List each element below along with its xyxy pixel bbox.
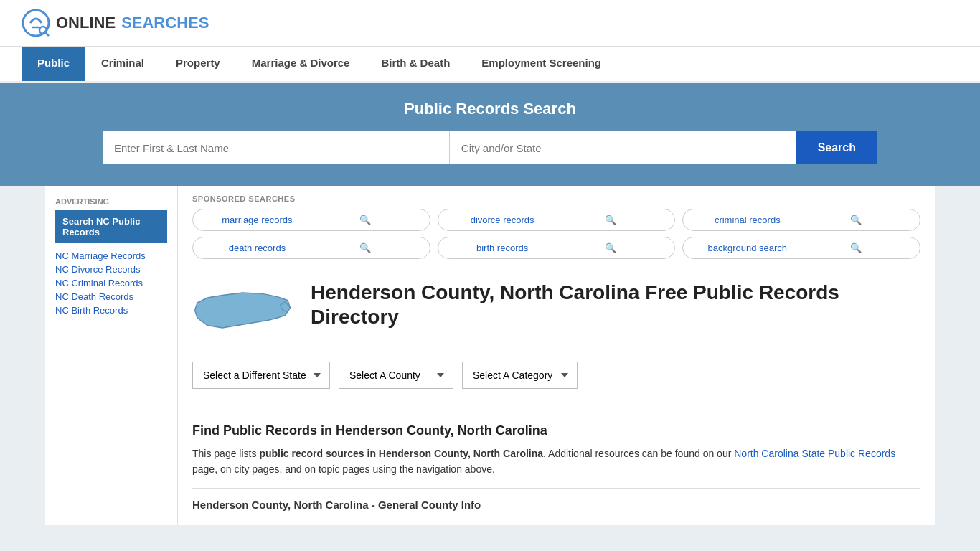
state-map: [192, 281, 296, 347]
pill-criminal-records[interactable]: criminal records 🔍: [682, 209, 920, 231]
content-wrapper: Advertising Search NC Public Records NC …: [45, 186, 935, 525]
location-input[interactable]: [450, 131, 796, 164]
directory-title: Henderson County, North Carolina Free Pu…: [311, 281, 920, 329]
county-info-title: Henderson County, North Carolina - Gener…: [192, 499, 920, 511]
svg-line-2: [46, 33, 49, 36]
search-bar: Search: [103, 131, 877, 164]
pill-marriage-records[interactable]: marriage records 🔍: [192, 209, 430, 231]
svg-marker-3: [195, 293, 291, 328]
nav-item-birth-death[interactable]: Birth & Death: [365, 47, 466, 81]
sponsored-label: SPONSORED SEARCHES: [192, 194, 920, 203]
sidebar-link-death[interactable]: NC Death Records: [55, 291, 167, 302]
search-icon-background: 🔍: [801, 242, 910, 253]
pill-birth-label: birth records: [448, 242, 557, 253]
pill-background-label: background search: [693, 242, 801, 253]
sidebar-ad-label: Advertising: [55, 197, 167, 206]
sidebar-ad-box[interactable]: Search NC Public Records: [55, 210, 167, 243]
sidebar-link-marriage[interactable]: NC Marriage Records: [55, 250, 167, 261]
nav-item-marriage-divorce[interactable]: Marriage & Divorce: [236, 47, 366, 81]
pill-row-1: marriage records 🔍 divorce records 🔍 cri…: [192, 209, 920, 231]
svg-point-0: [23, 10, 49, 36]
logo-text-online: ONLINE: [56, 14, 116, 32]
nav-item-employment[interactable]: Employment Screening: [466, 47, 617, 81]
search-icon-marriage: 🔍: [311, 215, 420, 225]
find-text-part1: This page lists: [192, 448, 259, 459]
nc-map-svg: [192, 281, 293, 345]
nc-records-link[interactable]: North Carolina State Public Records: [734, 448, 895, 459]
logo-icon: [22, 9, 50, 37]
search-icon-birth: 🔍: [557, 242, 665, 253]
name-input[interactable]: [103, 131, 450, 164]
pill-row-2: death records 🔍 birth records 🔍 backgrou…: [192, 237, 920, 259]
state-dropdown[interactable]: Select a Different State: [192, 362, 330, 389]
find-section: Find Public Records in Henderson County,…: [192, 423, 920, 511]
directory-section: Henderson County, North Carolina Free Pu…: [192, 269, 920, 412]
search-icon-divorce: 🔍: [557, 215, 665, 225]
search-button[interactable]: Search: [796, 131, 877, 164]
header: ONLINE SEARCHES: [0, 0, 980, 47]
pill-death-records[interactable]: death records 🔍: [192, 237, 430, 259]
find-text-part2: . Additional resources can be found on o…: [543, 448, 734, 459]
search-icon-death: 🔍: [311, 242, 420, 253]
main-nav: Public Criminal Property Marriage & Divo…: [0, 47, 980, 83]
nav-item-public[interactable]: Public: [22, 47, 85, 81]
find-title: Find Public Records in Henderson County,…: [192, 423, 920, 438]
pill-divorce-records[interactable]: divorce records 🔍: [438, 209, 676, 231]
find-text: This page lists public record sources in…: [192, 446, 920, 478]
pill-background-search[interactable]: background search 🔍: [682, 237, 920, 259]
pill-birth-records[interactable]: birth records 🔍: [438, 237, 676, 259]
directory-header: Henderson County, North Carolina Free Pu…: [192, 281, 920, 347]
county-dropdown[interactable]: Select A County: [339, 362, 453, 389]
hero-title: Public Records Search: [22, 100, 958, 118]
dropdown-row: Select a Different State Select A County…: [192, 362, 920, 389]
sidebar: Advertising Search NC Public Records NC …: [45, 186, 178, 525]
pill-marriage-label: marriage records: [203, 215, 311, 225]
category-dropdown[interactable]: Select A Category: [462, 362, 578, 389]
pill-divorce-label: divorce records: [448, 215, 557, 225]
sidebar-link-divorce[interactable]: NC Divorce Records: [55, 264, 167, 275]
logo: ONLINE SEARCHES: [22, 9, 209, 37]
sponsored-section: SPONSORED SEARCHES marriage records 🔍 di…: [192, 186, 920, 269]
pill-criminal-label: criminal records: [693, 215, 801, 225]
find-text-bold: public record sources in Henderson Count…: [259, 448, 543, 459]
nav-item-property[interactable]: Property: [160, 47, 236, 81]
main-content: SPONSORED SEARCHES marriage records 🔍 di…: [178, 186, 935, 525]
nav-item-criminal[interactable]: Criminal: [85, 47, 160, 81]
section-divider: [192, 488, 920, 489]
search-icon-criminal: 🔍: [801, 215, 910, 225]
logo-text-searches: SEARCHES: [121, 14, 209, 32]
find-text-part3: page, on city pages, and on topic pages …: [192, 463, 495, 475]
pill-death-label: death records: [203, 242, 311, 253]
hero-section: Public Records Search Search: [0, 83, 980, 186]
sidebar-link-birth[interactable]: NC Birth Records: [55, 305, 167, 316]
sidebar-link-criminal[interactable]: NC Criminal Records: [55, 278, 167, 288]
